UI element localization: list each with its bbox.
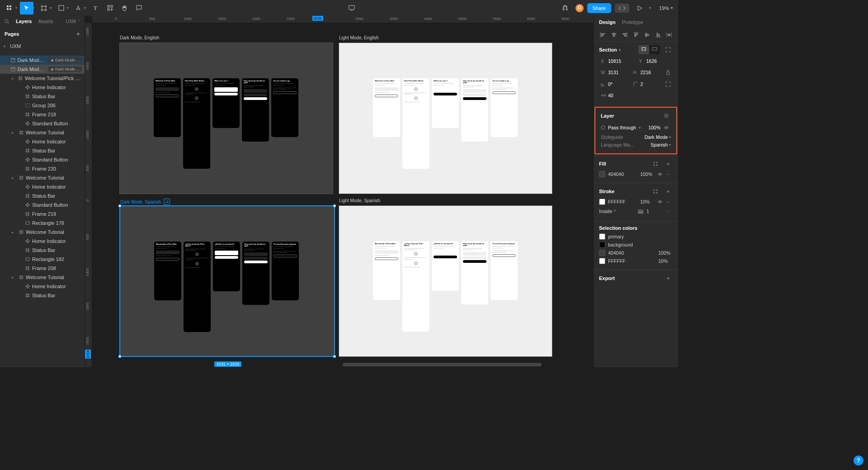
align-right-icon[interactable] [620, 30, 629, 39]
blend-mode-dropdown[interactable]: Pass through ▾ [601, 125, 641, 130]
layer-row[interactable]: ▸Welcome Tutorial [0, 173, 85, 182]
frame-tool-button[interactable] [37, 2, 51, 14]
move-tool-button[interactable] [20, 2, 33, 14]
caret-down-icon[interactable]: ▾ [4, 44, 5, 48]
phone-mockup[interactable]: ¿Cómo funciona Price After?Lorem ipsum d… [402, 241, 429, 332]
project-dropdown[interactable]: UXM ⌃ [66, 19, 80, 24]
layer-row[interactable]: Status Bar [0, 92, 85, 101]
fill-hex[interactable]: 404040 [608, 171, 637, 177]
layer-settings-icon[interactable] [662, 111, 671, 120]
caret-icon[interactable]: ▸ [12, 275, 16, 280]
add-stroke-button[interactable]: + [664, 187, 673, 196]
phone-mockup[interactable]: How much tip should we add?Lorem ipsum d… [242, 78, 269, 142]
layer-row[interactable]: Home Indicator [0, 137, 85, 146]
selection-color-row[interactable]: 404040100% [599, 250, 673, 256]
selection-color-row[interactable]: background [599, 242, 673, 248]
section-label[interactable]: Light Mode, English [339, 35, 379, 40]
search-icon[interactable] [5, 19, 9, 24]
section-link-icon[interactable] [164, 199, 170, 205]
eye-icon[interactable] [662, 123, 671, 132]
zoom-control[interactable]: 19% ▾ [656, 5, 675, 11]
chevron-down-icon[interactable]: ▾ [84, 6, 86, 10]
share-button[interactable]: Share [587, 3, 611, 13]
layer-row[interactable]: Home Indicator [0, 237, 85, 246]
tab-design[interactable]: Design [599, 19, 616, 25]
fill-opacity[interactable]: 100% [640, 171, 655, 177]
shape-tool-button[interactable] [54, 2, 68, 14]
selection-color-row[interactable]: FFFFFF10% [599, 258, 673, 264]
color-swatch[interactable] [599, 250, 605, 256]
align-top-icon[interactable] [632, 30, 641, 39]
layer-row[interactable]: ▸Welcome Tutorial [0, 128, 85, 137]
layer-row[interactable]: Rectangle 182 [0, 255, 85, 264]
layer-row[interactable]: ▸Welcome Tutorial/Pick a State [0, 74, 85, 83]
y-field[interactable]: Y1626 [637, 57, 673, 65]
canvas[interactable]: Dark Mode, English Welcome to Price Afte… [92, 23, 593, 367]
section-label[interactable]: Light Mode, Spanish [339, 198, 380, 203]
phone-mockup[interactable]: How much tip should we add?Lorem ipsum d… [461, 241, 488, 304]
stroke-style-icon[interactable] [651, 187, 660, 196]
hand-tool-button[interactable] [118, 2, 131, 14]
audio-button[interactable] [558, 2, 572, 14]
rotation-field[interactable]: 0° [599, 80, 629, 88]
section-dark-mode-spanish[interactable]: Dark Mode, Spanish Bienvenido a Price Af… [119, 205, 335, 357]
align-left-icon[interactable] [598, 30, 607, 39]
phone-mockup[interactable]: You are ready to go.Lorem ipsum dolor si… [491, 78, 518, 137]
stroke-position-dropdown[interactable]: Inside▾ [599, 209, 616, 214]
color-swatch[interactable] [599, 242, 605, 248]
chevron-down-icon[interactable]: ▾ [649, 6, 651, 10]
resources-button[interactable] [103, 2, 117, 14]
phone-mockup[interactable]: Bienvenido a Price AfterLorem ipsum dolo… [154, 242, 181, 300]
phone-mockup[interactable]: You are ready to go.Lorem ipsum dolor si… [271, 78, 298, 137]
phone-mockup[interactable]: How much tip should we add?Lorem ipsum d… [242, 242, 269, 305]
tab-assets[interactable]: Assets [38, 19, 53, 24]
chevron-down-icon[interactable]: ▾ [50, 6, 52, 10]
layer-row[interactable]: Rectangle 178 [0, 218, 85, 228]
section-label[interactable]: Dark Mode, Spanish [120, 199, 170, 205]
variant-badge[interactable]: ◈Dark Mode ... [48, 66, 82, 72]
phone-mockup[interactable]: How Price After WorksLorem ipsum dolor s… [402, 78, 429, 169]
phone-mockup[interactable]: ¿Cómo funciona Price After?Lorem ipsum d… [184, 242, 211, 332]
dev-mode-button[interactable] [615, 4, 629, 13]
phone-mockup[interactable]: Ya está listo para empezarLorem ipsum do… [491, 241, 518, 300]
horizontal-scrollbar[interactable] [343, 363, 542, 366]
layers-list[interactable]: Dark Mode, Spani...◈Dark Mode ...Dark Mo… [0, 56, 85, 367]
selection-color-row[interactable]: primary [599, 233, 673, 240]
align-bottom-icon[interactable] [654, 30, 663, 39]
phone-mockup[interactable]: How much tip should we add?Lorem ipsum d… [461, 78, 488, 142]
layer-row[interactable]: Status Bar [0, 291, 85, 300]
stroke-hex[interactable]: FFFFFF [608, 199, 637, 204]
x-field[interactable]: X10815 [599, 57, 635, 65]
caret-icon[interactable]: ▸ [12, 131, 16, 135]
eye-icon[interactable] [657, 172, 664, 176]
add-fill-button[interactable]: + [664, 159, 673, 168]
stroke-advanced-button[interactable]: ⋯ [664, 207, 673, 216]
phone-mockup[interactable]: Where are you ?Lorem ipsum dolor sit ame… [432, 78, 459, 128]
fill-swatch[interactable] [599, 171, 605, 177]
resize-fixed-icon[interactable] [638, 45, 649, 54]
phone-mockup[interactable]: ¿Dónde se encuentra?Lorem ipsum dolor si… [432, 241, 459, 291]
resize-hug-icon[interactable] [649, 45, 660, 54]
layer-row[interactable]: Home Indicator [0, 282, 85, 291]
styleguide-dropdown[interactable]: Dark Mode▾ [645, 134, 671, 140]
stroke-opacity[interactable]: 10% [640, 199, 655, 204]
color-swatch[interactable] [599, 258, 605, 264]
phone-mockup[interactable]: How Price After WorksLorem ipsum dolor s… [183, 78, 210, 169]
frame-type-label[interactable]: Section [599, 47, 617, 52]
tab-layers[interactable]: Layers [16, 19, 32, 24]
layer-row[interactable]: Dark Mode, Spani...◈Dark Mode ... [0, 56, 85, 65]
layer-row[interactable]: Status Bar [0, 246, 85, 255]
chevron-down-icon[interactable]: ▾ [15, 6, 17, 10]
distribute-icon[interactable] [665, 30, 674, 39]
w-field[interactable]: W3131 [599, 68, 629, 76]
tab-prototype[interactable]: Prototype [622, 19, 643, 25]
chevron-down-icon[interactable]: ▾ [33, 6, 34, 10]
dev-mode-center-icon[interactable] [345, 2, 359, 14]
add-page-button[interactable]: + [76, 30, 80, 38]
present-button[interactable] [633, 2, 646, 14]
independent-corners-icon[interactable] [664, 80, 673, 89]
layer-row[interactable]: Standard Button [0, 200, 85, 209]
corner-radius-field[interactable]: 2 [632, 80, 661, 88]
fit-icon[interactable] [664, 45, 673, 54]
text-tool-button[interactable]: T [89, 2, 102, 14]
